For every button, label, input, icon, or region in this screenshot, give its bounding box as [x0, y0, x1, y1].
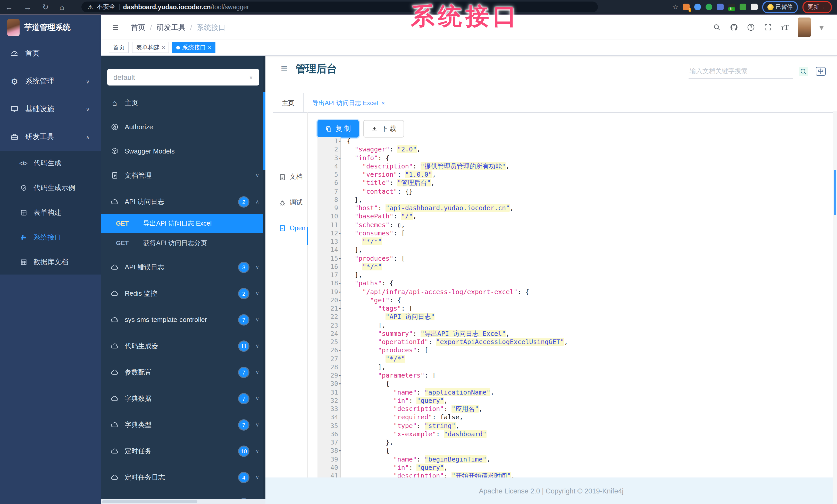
paused-extension-pill[interactable]: 已暂停	[762, 1, 798, 13]
http-method-label: GET	[116, 220, 143, 227]
extension-orange-icon[interactable]: 1	[683, 4, 690, 10]
extension-blue-drop-icon[interactable]	[694, 4, 701, 10]
download-button[interactable]: 下 载	[363, 120, 404, 137]
sidebar-subitem-代码生成[interactable]: </>代码生成	[0, 151, 101, 176]
api-group-定时任务[interactable]: 定时任务10∨	[101, 439, 265, 463]
user-avatar[interactable]	[798, 18, 811, 37]
api-group-label: API 错误日志	[125, 262, 164, 272]
address-bar[interactable]: ⚠ 不安全 dashboard.yudao.iocoder.cn/tool/sw…	[82, 2, 598, 12]
app-logo[interactable]: 芋道管理系统	[0, 15, 101, 40]
api-group-字典类型[interactable]: 字典类型7∨	[101, 413, 265, 437]
font-size-icon[interactable]: TT	[781, 23, 789, 32]
rail-item-Open[interactable]: Open	[279, 225, 305, 232]
reload-icon[interactable]: ↻	[42, 2, 49, 12]
close-icon[interactable]: ×	[382, 100, 385, 106]
extension-green-icon[interactable]	[740, 4, 746, 10]
api-group-定时任务日志[interactable]: 定时任务日志4∨	[101, 465, 265, 489]
chevron-down-icon: ∨	[255, 343, 259, 349]
page-scrollbar-thumb[interactable]	[834, 170, 836, 215]
doc-tab-主页[interactable]: 主页	[273, 93, 304, 112]
browser-menu-dots-icon[interactable]: ⋮	[821, 4, 827, 10]
bookmark-star-icon[interactable]: ☆	[672, 3, 678, 11]
sidebar-item-基础设施[interactable]: 基础设施∨	[0, 95, 101, 123]
code-editor[interactable]: 1▾{2 "swagger": "2.0",3▾ "info": {4 "des…	[318, 137, 830, 478]
avatar-caret-down-icon[interactable]: ▾	[819, 22, 824, 32]
tag-表单构建[interactable]: 表单构建×	[132, 42, 169, 53]
panel-item-Authorize[interactable]: Authorize	[101, 115, 265, 139]
sidebar-collapse-icon[interactable]: ≡	[112, 22, 118, 34]
extension-star-icon[interactable]	[751, 4, 758, 10]
line-number: 1▾	[318, 137, 341, 146]
line-number: 28	[318, 363, 341, 372]
fold-caret-icon[interactable]: ▾	[339, 380, 341, 389]
api-group-字典数据[interactable]: 字典数据7∨	[101, 386, 265, 411]
panel-item-主页[interactable]: ⌂主页	[101, 91, 265, 115]
doc-tab-导出API 访问日志 Excel[interactable]: 导出API 访问日志 Excel×	[304, 93, 394, 112]
api-group-API 错误日志[interactable]: API 错误日志3∨	[101, 255, 265, 279]
language-switch-icon[interactable]: 中	[816, 67, 826, 76]
sidebar-subitem-数据库文档[interactable]: 数据库文档	[0, 250, 101, 275]
copy-button[interactable]: 复 制	[318, 120, 358, 137]
api-group-sys-sms-template-controller[interactable]: sys-sms-template-controller7∨	[101, 307, 265, 332]
paused-label: 已暂停	[776, 3, 793, 11]
form-icon	[20, 209, 27, 216]
api-endpoint-导出API 访问日志 Excel[interactable]: GET导出API 访问日志 Excel	[101, 214, 265, 233]
search-icon[interactable]	[713, 23, 721, 32]
doc-search-icon[interactable]	[799, 67, 808, 76]
sidebar-subitem-表单构建[interactable]: 表单构建	[0, 200, 101, 225]
extension-6h-icon[interactable]: 6h	[728, 4, 735, 10]
update-button[interactable]: 更新 ⋮	[802, 1, 832, 13]
line-number: 9	[318, 204, 341, 212]
api-group-参数配置[interactable]: 参数配置7∨	[101, 360, 265, 384]
sidebar-subitem-系统接口[interactable]: 系统接口	[0, 225, 101, 250]
fold-caret-icon[interactable]: ▾	[339, 305, 341, 313]
tag-首页[interactable]: 首页	[109, 42, 129, 53]
logo-avatar	[7, 19, 20, 36]
breadcrumb-item[interactable]: 首页	[131, 23, 145, 33]
line-number: 27	[318, 355, 341, 363]
api-group-API 访问日志[interactable]: API 访问日志2∧	[101, 189, 265, 214]
panel-scrollbar-thumb[interactable]	[263, 92, 265, 170]
sidebar-item-研发工具[interactable]: 研发工具∧	[0, 123, 101, 151]
api-group-Redis 监控[interactable]: Redis 监控2∨	[101, 281, 265, 305]
api-group-select[interactable]: default ∨	[107, 69, 259, 86]
extension-green-check-icon[interactable]	[706, 4, 712, 10]
forward-icon[interactable]: →	[24, 3, 32, 11]
fold-caret-icon[interactable]: ▾	[339, 230, 341, 238]
panel-horizontal-scrollbar[interactable]	[101, 499, 265, 504]
api-group-label: 字典数据	[125, 394, 152, 403]
page-scrollbar[interactable]	[833, 111, 837, 504]
fold-caret-icon[interactable]: ▾	[339, 297, 341, 305]
fold-caret-icon[interactable]: ▾	[339, 137, 341, 146]
code-line: 13 "*/*"	[318, 238, 830, 246]
sidebar-subitem-代码生成示例[interactable]: 代码生成示例	[0, 176, 101, 200]
fold-caret-icon[interactable]: ▾	[339, 154, 341, 163]
fullscreen-icon[interactable]	[764, 23, 772, 32]
fold-caret-icon[interactable]: ▾	[339, 447, 341, 456]
api-group-代码生成器[interactable]: 代码生成器11∨	[101, 334, 265, 358]
help-icon[interactable]	[747, 23, 755, 32]
panel-item-Swagger Models[interactable]: Swagger Models	[101, 139, 265, 163]
rail-item-文档[interactable]: 文档	[279, 172, 303, 181]
panel-item-文档管理[interactable]: 文档管理∨	[101, 163, 265, 187]
fold-caret-icon[interactable]: ▾	[339, 280, 341, 288]
fold-caret-icon[interactable]: ▾	[339, 255, 341, 263]
breadcrumb-item[interactable]: 研发工具	[157, 23, 185, 33]
security-label: 不安全	[97, 3, 115, 11]
tag-系统接口[interactable]: 系统接口×	[173, 42, 215, 53]
github-icon[interactable]	[730, 23, 738, 32]
rail-item-调试[interactable]: 调试	[279, 198, 303, 207]
sidebar-item-首页[interactable]: 首页	[0, 40, 101, 68]
sidebar-item-系统管理[interactable]: ⚙系统管理∨	[0, 68, 101, 95]
extension-grid-icon[interactable]	[717, 4, 724, 10]
doc-search-input[interactable]	[689, 66, 793, 79]
fold-caret-icon[interactable]: ▾	[339, 372, 341, 380]
fold-caret-icon[interactable]: ▾	[339, 288, 341, 297]
back-icon[interactable]: ←	[5, 3, 13, 11]
close-icon[interactable]: ×	[208, 42, 211, 53]
home-icon[interactable]: ⌂	[59, 3, 64, 11]
close-icon[interactable]: ×	[162, 42, 165, 53]
doc-collapse-icon[interactable]: ≡	[281, 62, 288, 75]
api-endpoint-获得API 访问日志分页[interactable]: GET获得API 访问日志分页	[101, 233, 265, 253]
fold-caret-icon[interactable]: ▾	[339, 347, 341, 355]
